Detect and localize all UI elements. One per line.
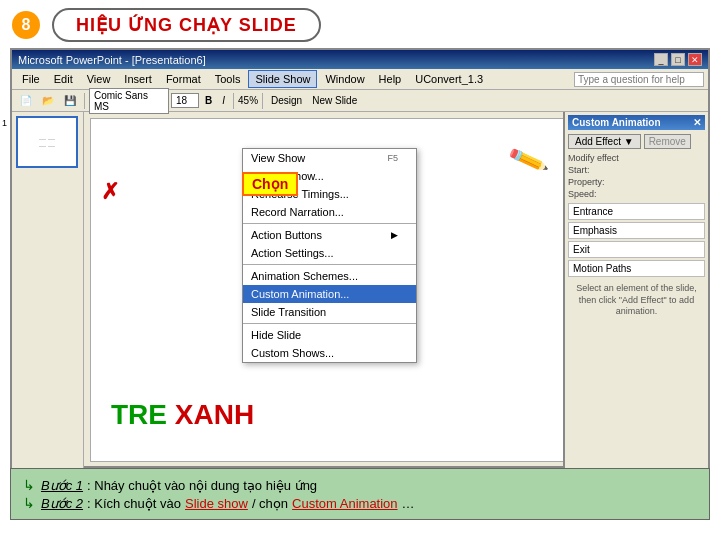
add-effect-btn[interactable]: Add Effect ▼ (568, 134, 641, 149)
help-search-input[interactable] (574, 72, 704, 87)
speed-label: Speed: (568, 189, 705, 199)
modify-effect-label: Modify effect (568, 153, 705, 163)
dd-action-settings[interactable]: Action Settings... (243, 244, 416, 262)
tre-text: TRE (111, 399, 167, 430)
menu-insert[interactable]: Insert (118, 71, 158, 87)
work-area: 1 — —— — ✏️ TRE XANH ✗ View ShowF5 Set (12, 112, 708, 468)
header: 8 HIỆU ỨNG CHẠY SLIDE (0, 0, 720, 48)
instruction-2: ↳ Bước 2 : Kích chuột vào Slide show / c… (23, 495, 697, 511)
tre-xanh-text: TRE XANH (111, 399, 254, 431)
dd-animation-schemes[interactable]: Animation Schemes... (243, 267, 416, 285)
menu-window[interactable]: Window (319, 71, 370, 87)
dd-record[interactable]: Record Narration... (243, 203, 416, 221)
menu-file[interactable]: File (16, 71, 46, 87)
menu-slideshow[interactable]: Slide Show (248, 70, 317, 88)
close-btn[interactable]: ✕ (688, 53, 702, 66)
menu-view[interactable]: View (81, 71, 117, 87)
font-size-select[interactable]: 18 (171, 93, 199, 108)
slide-panel: 1 — —— — (12, 112, 84, 468)
step2-custom-anim-link[interactable]: Custom Animation (292, 496, 398, 511)
xanh-text: XANH (175, 399, 254, 430)
menu-tools[interactable]: Tools (209, 71, 247, 87)
step1-text: : Nháy chuột vào nội dung tạo hiệu ứng (87, 478, 317, 493)
tb-sep1 (84, 93, 85, 109)
anim-entrance[interactable]: Entrance (568, 203, 705, 220)
bullet-1: ↳ (23, 477, 35, 493)
dd-custom-shows[interactable]: Custom Shows... (243, 344, 416, 362)
bullet-2: ↳ (23, 495, 35, 511)
instructions-area: ↳ Bước 1 : Nháy chuột vào nội dung tạo h… (10, 468, 710, 520)
font-select[interactable]: Comic Sans MS (89, 88, 169, 114)
dd-view-show[interactable]: View ShowF5 (243, 149, 416, 167)
menu-uconvert[interactable]: UConvert_1.3 (409, 71, 489, 87)
dd-hide-slide[interactable]: Hide Slide (243, 326, 416, 344)
anim-panel-close[interactable]: ✕ (693, 117, 701, 128)
x-marker: ✗ (101, 179, 119, 205)
property-label: Property: (568, 177, 705, 187)
new-slide-btn[interactable]: New Slide (308, 93, 361, 108)
dd-action-buttons[interactable]: Action Buttons ▶ (243, 226, 416, 244)
step1-label: Bước 1 (41, 478, 83, 493)
anim-motion-paths[interactable]: Motion Paths (568, 260, 705, 277)
step2-mid: / chọn (252, 496, 288, 511)
tb-new[interactable]: 📄 (16, 93, 36, 108)
anim-panel: Custom Animation ✕ Add Effect ▼ Remove M… (563, 112, 708, 468)
slide-num: 1 (2, 118, 7, 128)
pencil-icon: ✏️ (506, 139, 550, 182)
window-controls: _ □ ✕ (654, 53, 702, 66)
menu-help[interactable]: Help (373, 71, 408, 87)
page-title: HIỆU ỨNG CHẠY SLIDE (52, 8, 321, 42)
tb-save[interactable]: 💾 (60, 93, 80, 108)
dd-sep1 (243, 223, 416, 224)
chon-label: Chọn (242, 172, 298, 196)
start-label: Start: (568, 165, 705, 175)
toolbar: 📄 📂 💾 Comic Sans MS 18 B I 45% Design Ne… (12, 90, 708, 112)
tb-sep2 (233, 93, 234, 109)
dd-sep3 (243, 323, 416, 324)
dd-sep2 (243, 264, 416, 265)
step2-slideshow-link[interactable]: Slide show (185, 496, 248, 511)
step-badge: 8 (12, 11, 40, 39)
ppt-window: Microsoft PowerPoint - [Presentation6] _… (10, 48, 710, 468)
menu-edit[interactable]: Edit (48, 71, 79, 87)
dd-slide-transition[interactable]: Slide Transition (243, 303, 416, 321)
anim-emphasis[interactable]: Emphasis (568, 222, 705, 239)
maximize-btn[interactable]: □ (671, 53, 685, 66)
slide-thumb[interactable]: — —— — (16, 116, 78, 168)
anim-btn-row: Add Effect ▼ Remove (568, 134, 705, 149)
menu-format[interactable]: Format (160, 71, 207, 87)
anim-exit[interactable]: Exit (568, 241, 705, 258)
step2-end: … (402, 496, 415, 511)
remove-effect-btn[interactable]: Remove (644, 134, 691, 149)
dd-custom-animation[interactable]: Custom Animation... (243, 285, 416, 303)
titlebar-text: Microsoft PowerPoint - [Presentation6] (18, 54, 206, 66)
tb-bold[interactable]: B (201, 93, 216, 108)
step2-label: Bước 2 (41, 496, 83, 511)
zoom-label: 45% (238, 95, 258, 106)
anim-panel-title: Custom Animation ✕ (568, 115, 705, 130)
tb-open[interactable]: 📂 (38, 93, 58, 108)
titlebar: Microsoft PowerPoint - [Presentation6] _… (12, 50, 708, 69)
tb-italic[interactable]: I (218, 93, 229, 108)
design-btn[interactable]: Design (267, 93, 306, 108)
tb-sep3 (262, 93, 263, 109)
step2-text: : Kích chuột vào (87, 496, 181, 511)
minimize-btn[interactable]: _ (654, 53, 668, 66)
anim-hint-text: Select an element of the slide, then cli… (568, 279, 705, 322)
instruction-1: ↳ Bước 1 : Nháy chuột vào nội dung tạo h… (23, 477, 697, 493)
